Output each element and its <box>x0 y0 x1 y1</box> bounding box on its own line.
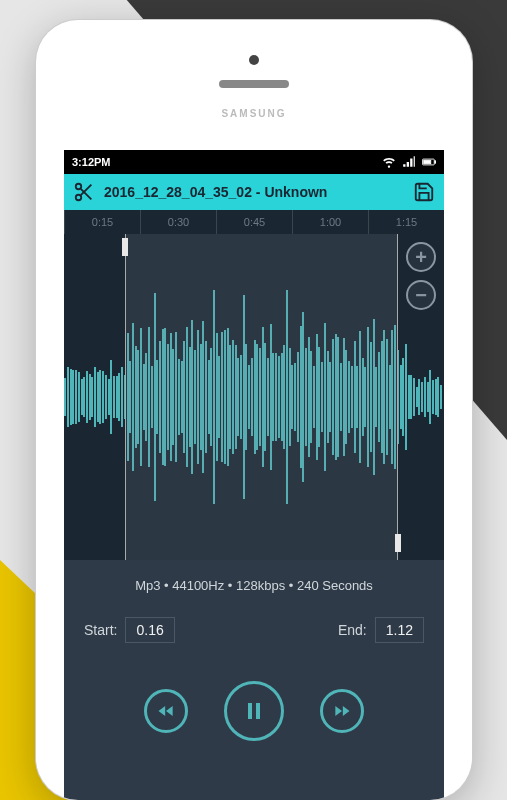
svg-point-4 <box>76 195 82 201</box>
brand-logo: SAMSUNG <box>221 108 286 119</box>
zoom-out-button[interactable]: − <box>406 280 436 310</box>
status-bar: 3:12PM <box>64 150 444 174</box>
waveform-area[interactable]: 0:15 0:30 0:45 1:00 1:15 + − <box>64 210 444 560</box>
file-title: 2016_12_28_04_35_02 - Unknown <box>104 184 404 200</box>
playback-controls <box>64 667 444 755</box>
status-time: 3:12PM <box>72 156 111 168</box>
sensor <box>249 55 259 65</box>
range-row: Start: 0.16 End: 1.12 <box>64 607 444 667</box>
title-bar: 2016_12_28_04_35_02 - Unknown <box>64 174 444 210</box>
time-ruler: 0:15 0:30 0:45 1:00 1:15 <box>64 210 444 234</box>
start-handle[interactable] <box>122 238 128 256</box>
wifi-icon <box>382 155 396 169</box>
start-label: Start: <box>84 622 117 638</box>
time-tick: 0:15 <box>64 210 140 234</box>
speaker <box>219 80 289 88</box>
rewind-button[interactable] <box>144 689 188 733</box>
battery-icon <box>422 155 436 169</box>
audio-info: Mp3 • 44100Hz • 128kbps • 240 Seconds <box>64 560 444 607</box>
end-label: End: <box>338 622 367 638</box>
end-value-input[interactable]: 1.12 <box>375 617 424 643</box>
pause-button[interactable] <box>224 681 284 741</box>
time-tick: 1:00 <box>292 210 368 234</box>
scissors-icon[interactable] <box>70 178 98 206</box>
end-handle[interactable] <box>395 534 401 552</box>
status-icons <box>382 155 436 169</box>
phone-frame: SAMSUNG 3:12PM 2016_12_28_04_35_02 - Unk… <box>36 20 472 800</box>
svg-rect-2 <box>424 160 431 164</box>
zoom-in-button[interactable]: + <box>406 242 436 272</box>
start-value-input[interactable]: 0.16 <box>125 617 174 643</box>
time-tick: 0:30 <box>140 210 216 234</box>
save-button[interactable] <box>410 178 438 206</box>
svg-rect-1 <box>435 161 436 163</box>
screen: 3:12PM 2016_12_28_04_35_02 - Unknown 0:1… <box>64 150 444 800</box>
phone-bezel-top: SAMSUNG <box>36 20 472 130</box>
svg-point-3 <box>76 184 82 190</box>
signal-icon <box>402 155 416 169</box>
time-tick: 0:45 <box>216 210 292 234</box>
time-tick: 1:15 <box>368 210 444 234</box>
waveform <box>64 234 444 560</box>
forward-button[interactable] <box>320 689 364 733</box>
